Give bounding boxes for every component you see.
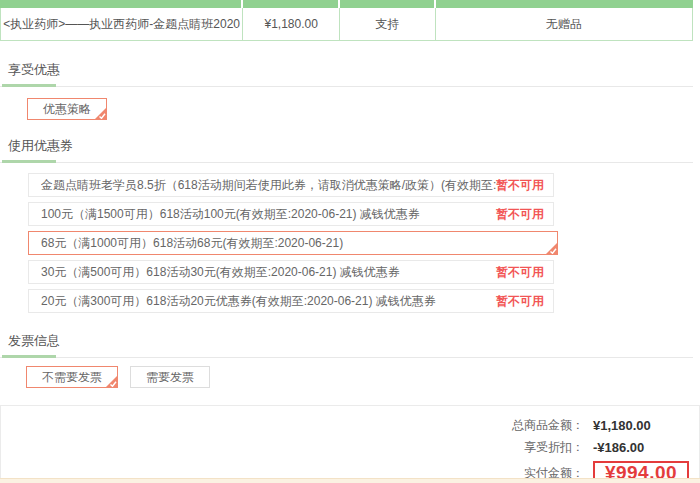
coupon-status-badge: 暂不可用 [496,177,544,194]
section-underline [0,83,693,87]
section-underline [0,354,693,358]
invoice-section-title: 发票信息 [8,332,693,350]
need-invoice-button-label: 需要发票 [146,369,194,386]
product-gift: 无赠品 [436,8,692,40]
coupon-status-badge: 暂不可用 [496,293,544,310]
coupon-item[interactable]: 20元（满300可用）618活动20元优惠券(有效期至:2020-06-21) … [28,289,554,313]
product-row: <执业药师>——执业西药师-金题点睛班2020 ¥1,180.00 支持 无赠品 [0,8,693,41]
bottom-action-bar-edge [0,478,700,483]
coupon-item[interactable]: 100元（满1500可用）618活动100元(有效期至:2020-06-21) … [28,202,554,226]
coupon-text: 30元（满500可用）618活动30元(有效期至:2020-06-21) 减钱优… [41,264,496,281]
header-cell-name [0,0,243,8]
discount-section-title: 享受优惠 [8,61,693,79]
coupon-status-badge: 暂不可用 [496,264,544,281]
coupon-item[interactable]: 金题点睛班老学员8.5折（618活动期间若使用此券，请取消优惠策略/政策）(有效… [28,173,554,197]
discount-strategy-button-label: 优惠策略 [43,101,91,118]
total-amount-value: ¥1,180.00 [593,418,689,433]
selected-check-corner-icon [105,375,118,388]
product-name: <执业药师>——执业西药师-金题点睛班2020 [1,8,243,40]
product-table: <执业药师>——执业西药师-金题点睛班2020 ¥1,180.00 支持 无赠品 [0,0,693,41]
header-cell-support [340,0,436,8]
product-price: ¥1,180.00 [243,8,340,40]
checkout-page: <执业药师>——执业西药师-金题点睛班2020 ¥1,180.00 支持 无赠品… [0,0,693,388]
coupon-item[interactable]: 30元（满500可用）618活动30元(有效期至:2020-06-21) 减钱优… [28,260,554,284]
coupon-status-badge: 暂不可用 [496,206,544,223]
selected-check-corner-icon [94,107,107,120]
discount-strategy-button[interactable]: 优惠策略 [27,98,107,120]
discount-amount-label: 享受折扣： [524,439,584,456]
header-cell-gift [436,0,693,8]
coupon-item-selected[interactable]: 68元（满1000可用）618活动68元(有效期至:2020-06-21) [28,231,558,255]
coupon-list: 金题点睛班老学员8.5折（618活动期间若使用此券，请取消优惠策略/政策）(有效… [28,173,554,313]
total-amount-label: 总商品金额： [512,417,584,434]
no-invoice-button-label: 不需要发票 [42,369,102,386]
coupon-section-title: 使用优惠券 [8,137,693,155]
need-invoice-button[interactable]: 需要发票 [130,366,210,388]
no-invoice-button[interactable]: 不需要发票 [26,366,118,388]
product-table-header [0,0,693,8]
section-underline [0,159,693,163]
coupon-text: 金题点睛班老学员8.5折（618活动期间若使用此券，请取消优惠策略/政策）(有效… [41,177,496,194]
coupon-text: 100元（满1500可用）618活动100元(有效期至:2020-06-21) … [41,206,496,223]
coupon-text: 20元（满300可用）618活动20元优惠券(有效期至:2020-06-21) … [41,293,496,310]
selected-check-corner-icon [545,242,558,255]
coupon-text: 68元（满1000可用）618活动68元(有效期至:2020-06-21) [41,235,548,252]
order-summary-panel: 总商品金额： ¥1,180.00 享受折扣： -¥186.00 实付金额： ¥9… [0,405,700,478]
discount-amount-value: -¥186.00 [593,440,689,455]
header-cell-price [243,0,340,8]
product-support: 支持 [340,8,436,40]
